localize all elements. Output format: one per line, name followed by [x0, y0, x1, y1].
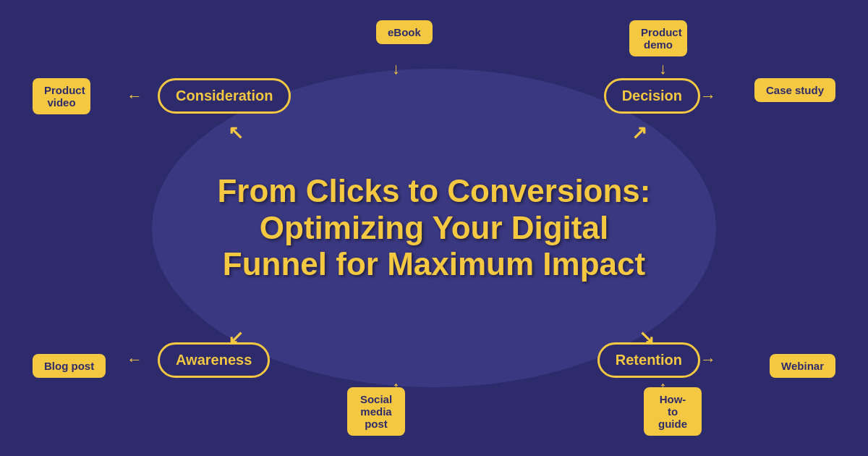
- webinar-box: Webinar: [770, 354, 835, 378]
- blog-post-box: Blog post: [33, 354, 106, 378]
- case-study-box: Case study: [754, 78, 835, 102]
- awareness-node: Awareness: [158, 342, 270, 378]
- ebook-box: eBook: [376, 20, 433, 44]
- product-video-box: Product video: [33, 78, 90, 114]
- arrow-decision-right-icon: →: [700, 87, 716, 106]
- social-media-box: Social media post: [347, 387, 405, 436]
- arrow-consideration-left-icon: ←: [127, 87, 142, 106]
- consideration-node: Consideration: [158, 78, 291, 114]
- product-demo-box: Product demo: [629, 20, 687, 56]
- arrow-awareness-left-icon: ←: [127, 350, 142, 369]
- retention-node: Retention: [597, 342, 700, 378]
- arrow-ebook-down-icon: ↓: [392, 59, 400, 78]
- decision-node: Decision: [604, 78, 700, 114]
- arrow-topright-icon: ↗: [631, 122, 647, 144]
- arrow-productdemo-down-icon: ↓: [659, 59, 667, 78]
- main-title: From Clicks to Conversions: Optimizing Y…: [217, 173, 651, 283]
- arrow-retention-right-icon: →: [700, 350, 716, 369]
- how-to-box: How-to guide: [644, 387, 702, 436]
- arrow-topleft-icon: ↖: [228, 122, 244, 144]
